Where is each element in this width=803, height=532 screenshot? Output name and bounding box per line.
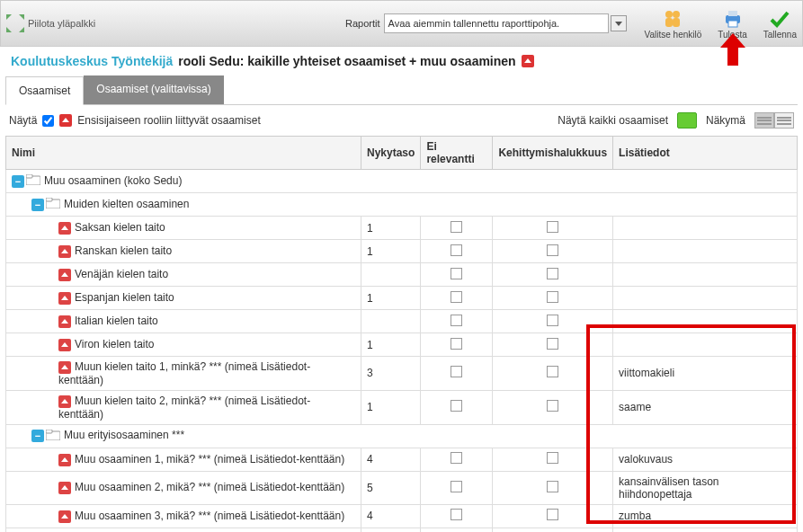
svg-marker-21 [61, 272, 68, 277]
svg-point-7 [673, 11, 680, 18]
filter-badge-icon [59, 114, 72, 127]
item-name: Venäjän kielen taito [75, 268, 168, 280]
svg-marker-24 [61, 342, 68, 347]
info-cell[interactable]: saame [613, 390, 798, 424]
save-button[interactable]: Tallenna [763, 8, 797, 40]
item-badge-icon [58, 339, 71, 351]
info-cell[interactable] [613, 240, 798, 263]
tab-competences-available[interactable]: Osaamiset (valittavissa) [84, 75, 223, 104]
develop-checkbox[interactable] [547, 268, 558, 279]
svg-marker-2 [6, 27, 12, 32]
checkmark-icon [769, 8, 790, 30]
show-all-button[interactable] [677, 112, 697, 129]
print-button[interactable]: Tulosta [718, 8, 746, 40]
primary-role-checkbox[interactable] [42, 115, 54, 127]
report-label: Raportit [345, 18, 380, 29]
level-cell[interactable]: 1 [361, 287, 421, 310]
develop-checkbox[interactable] [547, 315, 558, 326]
info-cell[interactable]: zumba [613, 504, 798, 528]
collapse-toggle[interactable]: − [12, 175, 24, 188]
report-select-dropdown-button[interactable] [611, 15, 627, 31]
level-cell[interactable]: 1 [361, 217, 421, 240]
view-label: Näkymä [706, 114, 745, 127]
org-title: Koulutuskeskus Työntekijä [11, 54, 173, 68]
report-select[interactable]: Avaa aiemmin tallennettu raporttipohja. [384, 13, 609, 33]
not-relevant-checkbox[interactable] [451, 366, 462, 377]
level-cell[interactable]: 1 [361, 240, 421, 263]
svg-rect-10 [728, 11, 737, 16]
not-relevant-checkbox[interactable] [451, 268, 462, 279]
page-title-row: Koulutuskeskus Työntekijä rooli Sedu: ka… [0, 47, 803, 75]
not-relevant-checkbox[interactable] [451, 509, 462, 520]
info-cell[interactable]: viittomakieli [613, 357, 798, 391]
collapse-toggle[interactable]: − [31, 430, 44, 442]
svg-marker-19 [61, 226, 68, 230]
col-relevant: Ei relevantti [421, 137, 493, 170]
not-relevant-checkbox[interactable] [451, 338, 462, 350]
svg-marker-20 [61, 249, 68, 253]
expand-icon[interactable] [6, 14, 24, 32]
info-cell[interactable]: kansainvälisen tason hiihdonopettaja [613, 471, 798, 504]
info-cell[interactable] [613, 263, 798, 287]
svg-point-5 [665, 11, 673, 18]
svg-rect-8 [673, 18, 680, 27]
role-badge-icon [522, 55, 534, 67]
info-cell[interactable] [613, 287, 798, 310]
svg-rect-28 [46, 430, 52, 433]
collapse-toggle[interactable]: − [31, 199, 44, 211]
info-cell[interactable] [613, 333, 798, 357]
item-badge-icon [58, 510, 71, 523]
not-relevant-checkbox[interactable] [451, 244, 462, 256]
level-cell[interactable]: 4 [361, 528, 421, 532]
develop-checkbox[interactable] [547, 452, 558, 464]
svg-marker-29 [61, 457, 68, 462]
level-cell[interactable] [361, 263, 421, 287]
level-cell[interactable]: 5 [361, 471, 421, 504]
not-relevant-checkbox[interactable] [451, 452, 462, 464]
develop-checkbox[interactable] [547, 366, 558, 377]
develop-checkbox[interactable] [547, 338, 558, 350]
svg-rect-16 [26, 174, 32, 178]
develop-checkbox[interactable] [547, 509, 558, 520]
develop-checkbox[interactable] [547, 244, 558, 256]
not-relevant-checkbox[interactable] [451, 221, 462, 233]
item-badge-icon [58, 454, 71, 466]
level-cell[interactable]: 3 [361, 357, 421, 391]
not-relevant-checkbox[interactable] [451, 481, 462, 492]
svg-rect-6 [665, 18, 673, 27]
develop-checkbox[interactable] [547, 291, 558, 303]
not-relevant-checkbox[interactable] [451, 315, 462, 326]
col-name: Nimi [6, 137, 361, 170]
level-cell[interactable]: 4 [361, 448, 421, 471]
item-badge-icon [58, 292, 71, 305]
develop-checkbox[interactable] [547, 400, 558, 412]
view-list-button[interactable] [754, 112, 774, 129]
col-info: Lisätiedot [613, 137, 798, 170]
folder-icon [46, 198, 60, 211]
level-cell[interactable]: 4 [361, 504, 421, 528]
info-cell[interactable]: valokuvaus [613, 448, 798, 471]
hide-topbar-label[interactable]: Piilota yläpalkki [28, 18, 95, 29]
info-cell[interactable] [613, 217, 798, 240]
info-cell[interactable]: luottamushenkilö [613, 528, 798, 532]
group-label: Muiden kielten osaaminen [64, 198, 189, 210]
competence-table: Nimi Nykytaso Ei relevantti Kehittymisha… [5, 136, 798, 532]
level-cell[interactable]: 1 [361, 333, 421, 357]
level-cell[interactable]: 1 [361, 390, 421, 424]
item-name: Muun kielen taito 2, minkä? *** (nimeä L… [58, 395, 310, 421]
develop-checkbox[interactable] [547, 481, 558, 492]
not-relevant-checkbox[interactable] [451, 291, 462, 303]
item-name: Saksan kielen taito [75, 221, 165, 234]
develop-checkbox[interactable] [547, 221, 558, 233]
svg-marker-13 [524, 58, 531, 63]
view-compact-button[interactable] [774, 112, 794, 129]
save-label: Tallenna [763, 30, 797, 40]
level-cell[interactable] [361, 310, 421, 333]
info-cell[interactable] [613, 310, 798, 333]
svg-marker-0 [6, 14, 12, 20]
select-person-button[interactable]: Valitse henkilö [645, 8, 702, 40]
not-relevant-checkbox[interactable] [451, 400, 462, 412]
tab-competences[interactable]: Osaamiset [5, 76, 84, 105]
folder-icon [46, 430, 60, 443]
svg-marker-22 [61, 296, 68, 300]
